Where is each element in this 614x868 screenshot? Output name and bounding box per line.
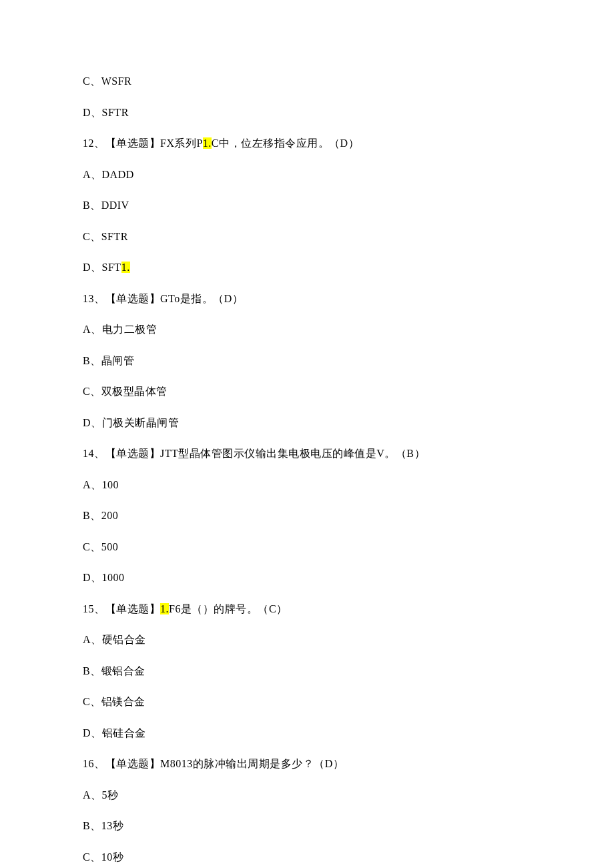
option-d: D、1000 <box>83 570 547 586</box>
document-page: C、WSFR D、SFTR 12、【单选题】FX系列P1.C中，位左移指令应用。… <box>0 0 614 868</box>
option-d: D、SFTR <box>83 105 547 121</box>
text-segment: 12、【单选题】FX系列P <box>83 137 203 149</box>
option-c: C、SFTR <box>83 229 547 245</box>
text-segment: C中，位左移指令应用。（D） <box>212 137 359 149</box>
option-d: D、铝硅合金 <box>83 725 547 741</box>
text-segment: D、SFT <box>83 262 121 273</box>
question-16: 16、【单选题】M8013的脉冲输出周期是多少？（D） <box>83 756 547 772</box>
option-c: C、双极型晶体管 <box>83 384 547 400</box>
option-d: D、SFT1. <box>83 260 547 276</box>
text-segment: F6是（）的牌号。（C） <box>169 603 288 614</box>
option-a: A、DADD <box>83 167 547 183</box>
option-a: A、100 <box>83 477 547 493</box>
option-b: B、晶闸管 <box>83 353 547 369</box>
highlight-text: 1. <box>121 262 130 273</box>
option-b: B、DDIV <box>83 197 547 213</box>
question-14: 14、【单选题】JTT型晶体管图示仪输出集电极电压的峰值是V。（B） <box>83 446 547 462</box>
highlight-text: 1. <box>203 137 212 149</box>
option-b: B、锻铝合金 <box>83 663 547 679</box>
option-b: B、200 <box>83 508 547 524</box>
option-a: A、硬铝合金 <box>83 632 547 648</box>
question-15: 15、【单选题】1.F6是（）的牌号。（C） <box>83 601 547 617</box>
option-c: C、WSFR <box>83 73 547 89</box>
option-b: B、13秒 <box>83 818 547 834</box>
option-c: C、500 <box>83 539 547 555</box>
highlight-text: 1. <box>160 603 169 614</box>
question-12: 12、【单选题】FX系列P1.C中，位左移指令应用。（D） <box>83 135 547 151</box>
option-a: A、5秒 <box>83 787 547 803</box>
option-d: D、门极关断晶闸管 <box>83 415 547 431</box>
option-a: A、电力二极管 <box>83 322 547 338</box>
option-c: C、铝镁合金 <box>83 694 547 710</box>
question-13: 13、【单选题】GTo是指。（D） <box>83 291 547 307</box>
text-segment: 15、【单选题】 <box>83 603 160 614</box>
option-c: C、10秒 <box>83 849 547 865</box>
